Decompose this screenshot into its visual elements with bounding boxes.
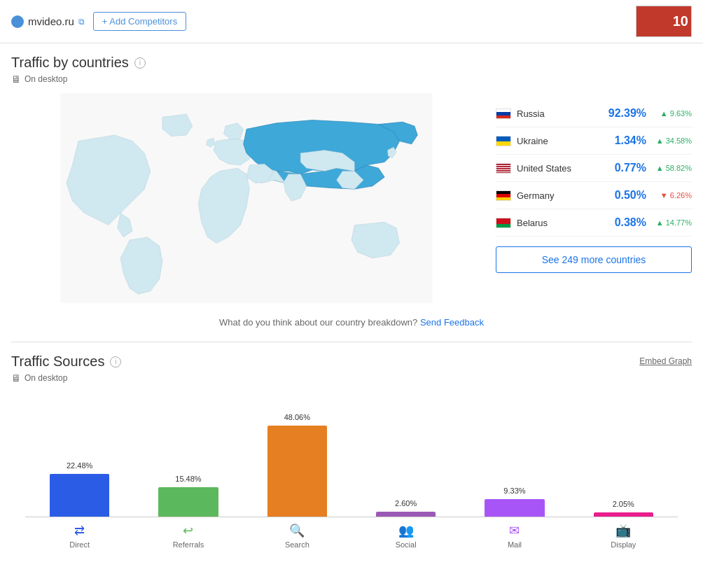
chart-icon-item-social[interactable]: 👥Social [352,523,460,549]
chart-icon-item-direct[interactable]: ⇄Direct [25,523,134,549]
globe-icon [11,15,24,28]
bar-group-direct: 22.48% [25,426,134,517]
bar-social [376,512,436,517]
country-flag-germany [496,190,511,201]
country-row: Russia92.39%9.63% [496,100,692,127]
country-name: Belarus [517,218,604,228]
chart-icon-item-referrals[interactable]: ↩Referrals [134,523,242,549]
chart-label-social: Social [396,540,417,549]
country-flag-us [496,163,511,174]
country-name: Germany [517,190,604,201]
desktop-icon-sources: 🖥 [11,372,21,384]
info-icon-countries[interactable]: i [134,57,146,69]
chart-icon-mail: ✉ [509,523,520,538]
bar-label-search: 48.06% [284,413,310,421]
traffic-by-countries-section: Traffic by countries i 🖥 On desktop [11,55,692,328]
country-percentage: 92.39% [604,107,646,120]
section-title-label: Traffic by countries [11,55,129,71]
country-name: Russia [517,108,604,119]
country-list: Russia92.39%9.63%Ukraine1.34%34.58%Unite… [482,93,692,280]
country-row: Ukraine1.34%34.58% [496,127,692,155]
country-change: 58.82% [653,164,692,172]
bar-label-display: 2.05% [613,500,634,508]
bar-display [594,512,653,517]
bar-chart: 22.48%15.48%48.06%2.60%9.33%2.05% [25,405,678,517]
bar-label-social: 2.60% [395,499,417,507]
chart-icon-item-display[interactable]: 📺Display [569,523,678,549]
bar-chart-container: 22.48%15.48%48.06%2.60%9.33%2.05% ⇄Direc… [11,405,692,549]
chart-icon-item-search[interactable]: 🔍Search [243,523,352,549]
section-title-countries: Traffic by countries i [11,55,692,71]
chart-label-display: Display [611,540,636,549]
country-name: United States [517,163,604,174]
desktop-icon: 🖥 [11,74,21,85]
feedback-line: What do you think about our country brea… [11,317,692,328]
bar-referrals [158,487,218,517]
send-feedback-link[interactable]: Send Feedback [420,317,484,328]
country-percentage: 0.77% [604,162,646,174]
info-icon-sources[interactable]: i [110,356,121,368]
sources-title-label: Traffic Sources [11,354,104,370]
country-change: 9.63% [653,109,692,118]
sources-title-group: Traffic Sources i 🖥 On desktop [11,354,121,384]
bar-label-direct: 22.48% [67,461,92,470]
site-thumbnail: 10 [636,6,692,37]
country-percentage: 1.34% [604,134,646,147]
bar-group-search: 48.06% [243,426,352,517]
bar-group-referrals: 15.48% [134,426,242,517]
chart-label-mail: Mail [508,540,522,549]
sources-header: Traffic Sources i 🖥 On desktop Embed Gra… [11,354,692,384]
chart-label-search: Search [285,540,309,549]
see-more-countries-button[interactable]: See 249 more countries [496,246,692,273]
device-label-countries: 🖥 On desktop [11,74,692,85]
chart-icon-display: 📺 [615,523,631,538]
device-label-sources: 🖥 On desktop [11,372,121,384]
embed-graph-link[interactable]: Embed Graph [639,356,692,366]
chart-icon-social: 👥 [398,523,414,538]
chart-icons-row: ⇄Direct↩Referrals🔍Search👥Social✉Mail📺Dis… [25,523,678,549]
chart-icon-referrals: ↩ [183,523,193,538]
world-map [11,93,482,303]
chart-label-direct: Direct [69,540,90,549]
page-header: mvideo.ru ⧉ + Add Competitors 10 [0,0,703,43]
country-change: 34.58% [653,136,692,145]
country-flag-russia [496,108,511,119]
bar-group-display: 2.05% [569,426,678,517]
external-link-icon[interactable]: ⧉ [78,17,85,27]
country-row: Belarus0.38%14.77% [496,209,692,237]
country-flag-ukraine [496,136,511,146]
countries-section: Russia92.39%9.63%Ukraine1.34%34.58%Unite… [11,93,692,303]
section-divider [11,342,692,342]
bar-mail [485,499,544,517]
chart-icon-item-mail[interactable]: ✉Mail [460,523,569,549]
country-name: Ukraine [517,136,604,146]
country-change: 6.26% [653,191,692,200]
site-name: mvideo.ru [28,15,74,27]
bar-direct [50,474,109,517]
chart-icon-direct: ⇄ [74,523,85,538]
section-title-sources: Traffic Sources i [11,354,121,370]
bar-label-referrals: 15.48% [175,475,201,483]
country-flag-belarus [496,218,511,228]
bar-label-mail: 9.33% [503,486,525,495]
main-content: Traffic by countries i 🖥 On desktop [0,43,703,549]
bar-group-social: 2.60% [352,426,460,517]
bar-search [267,426,327,517]
thumbnail-number: 10 [673,13,688,29]
country-row: Germany0.50%6.26% [496,182,692,209]
traffic-sources-section: Traffic Sources i 🖥 On desktop Embed Gra… [11,354,692,549]
chart-label-referrals: Referrals [173,540,204,549]
country-percentage: 0.50% [604,189,646,202]
add-competitors-button[interactable]: + Add Competitors [93,12,186,31]
map-svg [11,93,482,303]
thumbnail-inner: 10 [636,6,691,36]
bar-group-mail: 9.33% [460,426,569,517]
country-row: United States0.77%58.82% [496,155,692,182]
country-change: 14.77% [653,218,692,227]
chart-icon-search: 🔍 [289,523,305,538]
country-percentage: 0.38% [604,216,646,229]
